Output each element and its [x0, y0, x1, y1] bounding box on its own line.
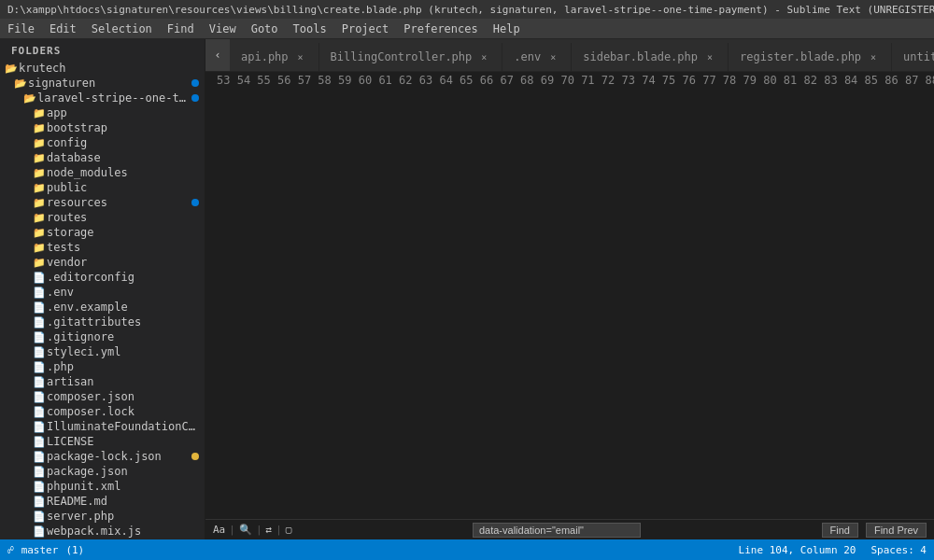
tree-label: artisan	[47, 375, 94, 388]
tab-billingcontroller-php[interactable]: BillingController.php×	[319, 43, 503, 71]
tree-item-signaturen[interactable]: 📂signaturen	[0, 76, 205, 91]
tree-item-phpunit-xml[interactable]: 📄phpunit.xml	[0, 479, 205, 494]
tab-label: BillingController.php	[331, 50, 473, 63]
tree-item-readme-md[interactable]: 📄README.md	[0, 494, 205, 509]
tree-item-styleci-yml[interactable]: 📄styleci.yml	[0, 344, 205, 359]
line-numbers: 53 54 55 56 57 58 59 60 61 62 63 64 65 6…	[205, 72, 934, 519]
tree-item--env-example[interactable]: 📄.env.example	[0, 300, 205, 315]
tab-api-php[interactable]: api.php×	[230, 43, 319, 71]
menu-item-find[interactable]: Find	[160, 21, 202, 37]
file-icon: 📄	[32, 511, 47, 523]
tree-item--php[interactable]: 📄.php	[0, 359, 205, 374]
tree-label: .gitignore	[47, 330, 114, 343]
main-layout: FOLDERS 📂krutech📂signaturen📂laravel-stri…	[0, 39, 934, 539]
file-icon: 📄	[32, 406, 47, 418]
tree-item-artisan[interactable]: 📄artisan	[0, 374, 205, 389]
tree-item-config[interactable]: 📁config	[0, 135, 205, 150]
tree-label: config	[47, 136, 87, 149]
tree-item-database[interactable]: 📁database	[0, 150, 205, 165]
tree-label: database	[47, 151, 101, 164]
tree-badge	[191, 453, 199, 460]
tree-label: composer.lock	[47, 405, 134, 418]
tree-label: webpack.mix.js	[47, 525, 141, 538]
sidebar-tree: 📂krutech📂signaturen📂laravel-stripe--one-…	[0, 61, 205, 539]
tree-label: package-lock.json	[47, 450, 162, 463]
tree-label: vendor	[47, 256, 87, 269]
tree-item-node-modules[interactable]: 📁node_modules	[0, 165, 205, 180]
find-prev-button[interactable]: Find Prev	[866, 523, 927, 538]
tree-label: laravel-stripe--one-time-payment	[37, 91, 187, 105]
tree-label: package.json	[47, 465, 128, 478]
tree-item-app[interactable]: 📁app	[0, 105, 205, 120]
tree-label: phpunit.xml	[47, 480, 120, 493]
tree-item-vendor[interactable]: 📁vendor	[0, 255, 205, 270]
titlebar: D:\xampp\htdocs\signaturen\resources\vie…	[0, 0, 934, 19]
tab-register-blade-php[interactable]: register.blade.php×	[729, 43, 892, 71]
folder-icon: 📁	[32, 227, 47, 239]
tab-untitled[interactable]: untitled×	[892, 43, 934, 71]
tab-close-icon[interactable]: ×	[294, 50, 307, 63]
tree-label: .env	[47, 286, 74, 299]
tree-item-routes[interactable]: 📁routes	[0, 210, 205, 225]
status-line: Line 104, Column 20	[739, 544, 856, 556]
tree-item--gitignore[interactable]: 📄.gitignore	[0, 329, 205, 344]
editor-area: ‹ api.php×BillingController.php×.env×sid…	[205, 39, 934, 539]
menu-item-file[interactable]: File	[0, 21, 42, 37]
tree-item-bootstrap[interactable]: 📁bootstrap	[0, 120, 205, 135]
tree-item-krutech[interactable]: 📂krutech	[0, 61, 205, 76]
titlebar-text: D:\xampp\htdocs\signaturen\resources\vie…	[7, 4, 934, 16]
tree-item-license[interactable]: 📄LICENSE	[0, 434, 205, 449]
tree-item-illuminatefoundationcomposerscriptsddpostautoloaddu---[interactable]: 📄IlluminateFoundationComposerScriptsDDpo…	[0, 419, 205, 434]
tree-label: app	[47, 106, 67, 119]
code-editor[interactable]: 53 54 55 56 57 58 59 60 61 62 63 64 65 6…	[205, 72, 934, 519]
tree-item-storage[interactable]: 📁storage	[0, 225, 205, 240]
menu-item-edit[interactable]: Edit	[42, 21, 84, 37]
sidebar-title: FOLDERS	[0, 39, 205, 61]
tree-item-package-json[interactable]: 📄package.json	[0, 464, 205, 479]
menu-item-help[interactable]: Help	[486, 21, 528, 37]
file-icon: 📄	[32, 346, 47, 358]
search-area	[291, 523, 821, 538]
tree-label: .php	[47, 360, 74, 373]
tree-item--env[interactable]: 📄.env	[0, 285, 205, 300]
menu-item-selection[interactable]: Selection	[84, 21, 160, 37]
status-branch-icon: ☍	[7, 544, 14, 556]
tree-item-laravel-stripe--one-time-payment[interactable]: 📂laravel-stripe--one-time-payment	[0, 91, 205, 105]
tab-close-icon[interactable]: ×	[867, 50, 880, 63]
file-icon: 📄	[32, 466, 47, 478]
tab-sidebar-blade-php[interactable]: sidebar.blade.php×	[572, 43, 729, 71]
tree-item-composer-lock[interactable]: 📄composer.lock	[0, 404, 205, 419]
tab-label: .env	[514, 50, 541, 63]
folder-icon: 📁	[32, 137, 47, 149]
bottom-right: Find Find Prev	[822, 523, 927, 538]
menu-item-view[interactable]: View	[202, 21, 244, 37]
tab--env[interactable]: .env×	[502, 43, 572, 71]
tree-label: node_modules	[47, 166, 128, 179]
find-button[interactable]: Find	[822, 523, 858, 538]
tree-item-resources[interactable]: 📁resources	[0, 195, 205, 210]
statusbar: ☍ master (1) Line 104, Column 20 Spaces:…	[0, 539, 934, 560]
tree-label: public	[47, 181, 87, 194]
tree-item-composer-json[interactable]: 📄composer.json	[0, 389, 205, 404]
status-right: Line 104, Column 20 Spaces: 4	[739, 544, 927, 556]
menu-item-tools[interactable]: Tools	[286, 21, 334, 37]
tab-close-icon[interactable]: ×	[477, 50, 490, 63]
file-icon: 📄	[32, 316, 47, 329]
tab-nav-left[interactable]: ‹	[205, 39, 230, 71]
search-input[interactable]	[473, 523, 641, 538]
tree-item--gitattributes[interactable]: 📄.gitattributes	[0, 315, 205, 329]
tree-item-package-lock-json[interactable]: 📄package-lock.json	[0, 449, 205, 464]
tree-item-server-php[interactable]: 📄server.php	[0, 509, 205, 524]
zoom-label: Aa	[213, 524, 225, 536]
tree-item-tests[interactable]: 📁tests	[0, 240, 205, 255]
tab-close-icon[interactable]: ×	[703, 50, 716, 63]
menu-item-preferences[interactable]: Preferences	[396, 21, 485, 37]
menu-item-goto[interactable]: Goto	[244, 21, 286, 37]
tree-item--editorconfig[interactable]: 📄.editorconfig	[0, 270, 205, 285]
tree-item-public[interactable]: 📁public	[0, 180, 205, 195]
tab-close-icon[interactable]: ×	[546, 50, 559, 63]
menu-item-project[interactable]: Project	[334, 21, 397, 37]
separator1: |	[229, 524, 235, 536]
tree-item-webpack-mix-js[interactable]: 📄webpack.mix.js	[0, 524, 205, 539]
file-icon: 📄	[32, 421, 47, 433]
